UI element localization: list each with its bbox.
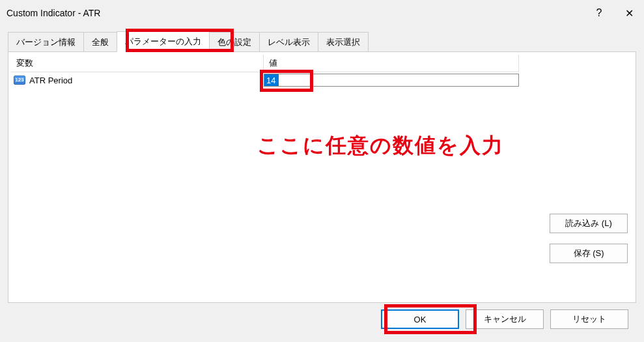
ok-button[interactable]: OK	[381, 309, 459, 329]
tab-display[interactable]: 表示選択	[318, 32, 369, 52]
save-button[interactable]: 保存 (S)	[550, 244, 628, 263]
tab-levels[interactable]: レベル表示	[259, 32, 318, 52]
table-row[interactable]: 123 ATR Period 14	[11, 72, 519, 88]
tab-general[interactable]: 全般	[83, 32, 117, 52]
tab-version[interactable]: バージョン情報	[8, 32, 84, 52]
dialog-footer: OK キャンセル リセット	[8, 303, 636, 334]
col-header-variable: 変数	[11, 55, 264, 72]
side-buttons: 読み込み (L) 保存 (S)	[550, 214, 628, 263]
cell-variable: 123 ATR Period	[11, 76, 264, 85]
table-header: 変数 値	[11, 55, 519, 72]
load-button[interactable]: 読み込み (L)	[550, 214, 628, 233]
cell-value: 14	[264, 74, 519, 87]
col-header-value: 値	[264, 55, 519, 72]
tab-params[interactable]: パラメーターの入力	[117, 31, 210, 52]
tab-body: 変数 値 123 ATR Period 14 読み込み (L) 保存 (S)	[8, 51, 636, 303]
titlebar: Custom Indicator - ATR ? ✕	[0, 0, 644, 26]
dialog-content: バージョン情報 全般 パラメーターの入力 色の設定 レベル表示 表示選択 変数 …	[0, 26, 644, 342]
params-table: 変数 値 123 ATR Period 14	[11, 55, 519, 88]
tab-colors[interactable]: 色の設定	[209, 32, 260, 52]
close-button[interactable]: ✕	[614, 0, 644, 26]
help-button[interactable]: ?	[584, 0, 614, 26]
cancel-button[interactable]: キャンセル	[466, 309, 544, 329]
reset-button[interactable]: リセット	[550, 309, 628, 329]
window-title: Custom Indicator - ATR	[7, 8, 584, 18]
int-type-icon: 123	[14, 76, 25, 85]
param-value-input[interactable]	[264, 74, 519, 87]
param-name: ATR Period	[29, 76, 72, 85]
tabstrip: バージョン情報 全般 パラメーターの入力 色の設定 レベル表示 表示選択	[8, 31, 636, 52]
titlebar-controls: ? ✕	[584, 0, 644, 26]
